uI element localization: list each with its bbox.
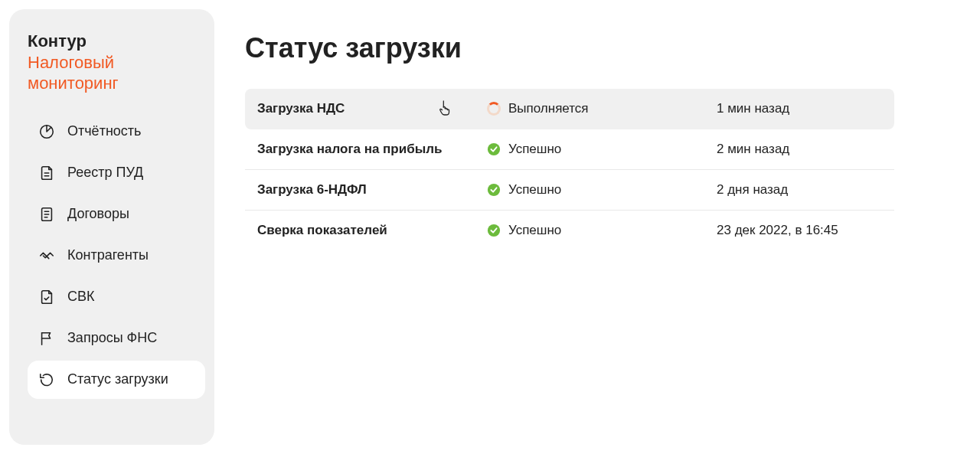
sidebar-item-svk[interactable]: СВК [28,278,205,316]
sidebar-item-reporting[interactable]: Отчётность [28,113,205,151]
check-circle-icon [487,183,501,197]
flag-icon [38,330,55,347]
check-circle-icon [487,142,501,156]
sidebar-item-label: Реестр ПУД [67,165,143,181]
upload-time: 23 дек 2022, в 16:45 [717,223,882,238]
chart-pie-icon [38,123,55,140]
sidebar-item-label: СВК [67,289,95,305]
upload-status: Успешно [487,142,717,157]
sidebar-nav: Отчётность Реестр ПУД Договоры Контраген… [28,113,205,399]
table-row[interactable]: Сверка показателей Успешно 23 дек 2022, … [245,211,894,250]
upload-status: Выполняется [487,101,717,116]
brand-subtitle-line2: мониторинг [28,73,205,94]
upload-status-label: Успешно [508,223,561,238]
sidebar-item-label: Договоры [67,206,129,222]
upload-time: 1 мин назад [717,101,882,116]
sidebar-item-label: Статус загрузки [67,371,168,387]
brand-subtitle-line1: Налоговый [28,52,205,73]
check-circle-icon [487,224,501,237]
cursor-pointer-icon [439,100,452,116]
sidebar-item-upload-status[interactable]: Статус загрузки [28,361,205,399]
uploads-table: Загрузка НДС Выполняется 1 мин назад Заг… [245,89,894,250]
sidebar-item-label: Контрагенты [67,247,149,263]
document-lines-icon [38,206,55,223]
upload-name: Загрузка налога на прибыль [257,142,487,157]
upload-status: Успешно [487,223,717,238]
table-row[interactable]: Загрузка НДС Выполняется 1 мин назад [245,89,894,129]
upload-time: 2 дня назад [717,182,882,198]
upload-status-label: Выполняется [508,101,589,116]
upload-status-label: Успешно [508,182,561,198]
main-content: Статус загрузки Загрузка НДС Выполняется… [230,9,971,445]
sidebar-item-contracts[interactable]: Договоры [28,195,205,234]
sidebar-item-fns-requests[interactable]: Запросы ФНС [28,319,205,358]
document-icon [38,165,55,181]
svg-point-2 [488,143,500,155]
upload-name: Загрузка 6-НДФЛ [257,182,487,198]
sidebar-item-counterparties[interactable]: Контрагенты [28,237,205,275]
page-title: Статус загрузки [245,32,894,64]
document-check-icon [38,289,55,305]
upload-time: 2 мин назад [717,142,882,157]
upload-status-label: Успешно [508,142,561,157]
upload-name: Загрузка НДС [257,101,487,116]
upload-status: Успешно [487,182,717,198]
spinner-icon [487,102,501,116]
table-row[interactable]: Загрузка налога на прибыль Успешно 2 мин… [245,129,894,170]
import-icon [38,371,55,388]
sidebar-item-label: Отчётность [67,123,141,139]
brand: Контур Налоговый мониторинг [28,31,205,94]
sidebar-item-label: Запросы ФНС [67,330,157,346]
handshake-icon [38,247,55,264]
sidebar: Контур Налоговый мониторинг Отчётность Р… [9,9,214,445]
brand-name: Контур [28,31,205,52]
upload-name: Сверка показателей [257,223,487,238]
svg-point-4 [488,224,500,237]
sidebar-item-registry-pud[interactable]: Реестр ПУД [28,154,205,192]
table-row[interactable]: Загрузка 6-НДФЛ Успешно 2 дня назад [245,170,894,211]
svg-point-3 [488,184,500,196]
